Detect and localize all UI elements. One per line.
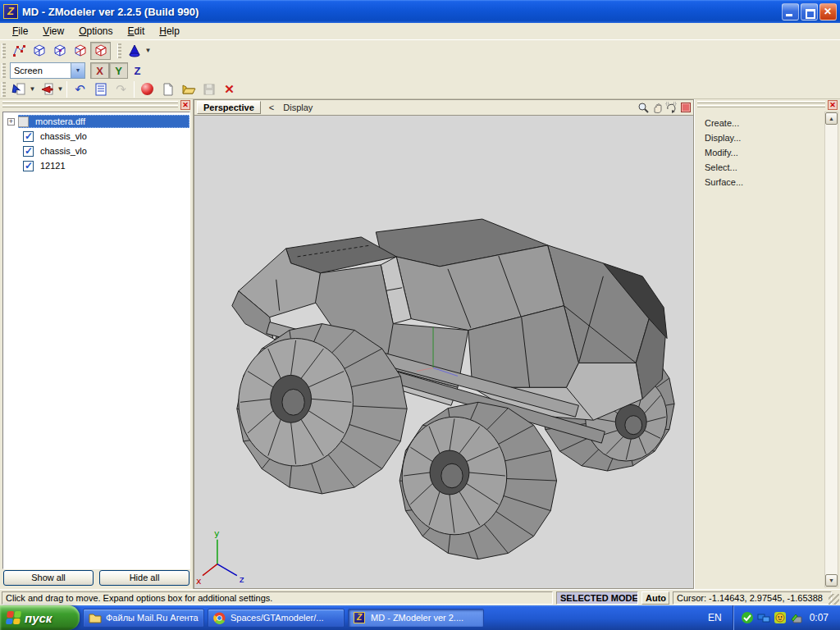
zoom-icon[interactable] (636, 101, 650, 114)
edges-mode-icon[interactable] (29, 42, 49, 60)
new-file-icon[interactable] (158, 80, 178, 98)
hide-all-button[interactable]: Hide all (99, 570, 189, 586)
tree-item-label[interactable]: chassis_vlo (38, 146, 89, 156)
mailru-agent-icon[interactable] (774, 611, 787, 624)
visibility-checkbox[interactable] (23, 161, 34, 171)
axis-x-button[interactable]: X (90, 62, 109, 79)
windows-flag-icon (6, 611, 22, 624)
show-all-button[interactable]: Show all (3, 570, 94, 586)
menu-view[interactable]: View (35, 24, 71, 39)
tree-item-label[interactable]: monstera.dff (33, 116, 88, 126)
browser-icon (213, 612, 226, 623)
viewport-nav-path[interactable]: Display (283, 103, 313, 112)
viewport-nav-back[interactable]: < (269, 103, 274, 112)
taskbar-task-files[interactable]: Файлы Mail.Ru Агента (83, 609, 204, 628)
commands-panel: ✕ Create... Display... Modify... Select.… (694, 99, 840, 589)
visibility-checkbox[interactable] (18, 116, 29, 127)
panel-header[interactable]: ✕ (695, 99, 840, 111)
tree-row[interactable]: chassis_vlo (3, 144, 189, 158)
window-titlebar[interactable]: Z MD - ZModeler ver 2.2.5 (Build 990) (0, 0, 840, 23)
vertices-mode-icon[interactable] (8, 42, 29, 60)
cone-tool-dropdown[interactable]: ▼ (144, 42, 152, 60)
axis-z-button[interactable]: Z (128, 62, 147, 79)
import-icon[interactable] (8, 80, 29, 98)
tree-row[interactable]: 12121 (3, 158, 189, 173)
open-folder-icon[interactable] (178, 80, 199, 98)
taskbar-clock[interactable]: 0:07 (810, 612, 829, 623)
tree-row[interactable]: chassis_vlo (3, 129, 189, 144)
rotate-view-icon[interactable] (664, 101, 678, 114)
scene-tree[interactable]: + monstera.dff chassis_vlo chassis_vlo 1… (2, 112, 190, 569)
axis-label-x: x (196, 576, 202, 587)
menu-help[interactable]: Help (152, 24, 187, 39)
cursor-coordinates: Cursor: -1.14643, 2.97545, -1.65388 (673, 591, 832, 605)
taskbar-task-browser[interactable]: Spaces/GTAmodeler/... (208, 609, 345, 628)
polygons-mode-icon[interactable] (70, 42, 90, 60)
axis-y-button[interactable]: Y (109, 62, 128, 79)
start-button[interactable]: пуск (0, 605, 80, 630)
toolbar-grip[interactable] (2, 43, 6, 58)
menu-file[interactable]: File (5, 24, 35, 39)
delete-icon[interactable]: ✕ (219, 80, 240, 98)
tree-item-label[interactable]: chassis_vlo (38, 131, 89, 141)
command-surface[interactable]: Surface... (698, 175, 821, 189)
pan-hand-icon[interactable] (650, 101, 664, 114)
restore-button[interactable] (801, 3, 818, 21)
panel-header[interactable]: ✕ (0, 99, 193, 111)
close-icon[interactable]: ✕ (180, 100, 190, 110)
toolbar-grip[interactable] (117, 43, 121, 58)
world-axis-gizmo: y x z (196, 528, 244, 587)
command-create[interactable]: Create... (698, 116, 821, 130)
command-display[interactable]: Display... (698, 130, 821, 145)
tree-item-label[interactable]: 12121 (38, 161, 68, 171)
import-dropdown[interactable]: ▼ (29, 80, 36, 98)
network-icon[interactable] (757, 611, 770, 624)
antivirus-check-icon[interactable] (741, 611, 754, 624)
faces-mode-icon[interactable] (49, 42, 70, 60)
export-icon[interactable] (36, 80, 57, 98)
objects-mode-icon[interactable] (90, 42, 111, 60)
toolbar-grip[interactable] (2, 63, 6, 78)
command-modify[interactable]: Modify... (698, 145, 821, 160)
start-label: пуск (25, 611, 52, 625)
taskbar-task-zmodeler[interactable]: Z MD - ZModeler ver 2.... (348, 609, 484, 628)
auto-mode-button[interactable]: Auto (641, 591, 669, 605)
maximize-view-icon[interactable] (681, 103, 691, 112)
scroll-down-icon[interactable]: ▼ (825, 574, 838, 587)
undo-icon[interactable]: ↶ (70, 80, 90, 98)
resize-grip[interactable] (829, 594, 839, 605)
history-icon[interactable] (90, 80, 111, 98)
minimize-button[interactable] (782, 3, 799, 21)
material-sphere-icon[interactable] (137, 80, 158, 98)
chevron-down-icon[interactable] (71, 63, 84, 78)
toolbar-selection-modes: ▼ (0, 39, 840, 61)
toolbar-file: ▼ ▼ ↶ ↷ ✕ (0, 80, 840, 99)
space-select[interactable]: Screen (10, 62, 85, 79)
system-tray: 0:07 (733, 605, 840, 630)
menu-options[interactable]: Options (71, 24, 120, 39)
export-dropdown[interactable]: ▼ (57, 80, 64, 98)
cone-tool-icon[interactable] (124, 42, 144, 60)
usb-device-icon[interactable] (790, 611, 803, 624)
viewport-3d[interactable]: Perspective < Display (194, 99, 694, 589)
close-button[interactable] (819, 3, 837, 21)
folder-icon (89, 612, 102, 623)
language-indicator[interactable]: EN (696, 612, 733, 623)
command-select[interactable]: Select... (698, 160, 821, 175)
menu-edit[interactable]: Edit (121, 24, 153, 39)
redo-icon: ↷ (111, 80, 131, 98)
zmodeler-logo-icon: Z (3, 4, 18, 19)
scroll-up-icon[interactable]: ▲ (825, 112, 838, 125)
viewport-canvas[interactable]: y x z (194, 116, 694, 589)
visibility-checkbox[interactable] (23, 131, 34, 142)
visibility-checkbox[interactable] (23, 146, 34, 157)
viewport-mode-button[interactable]: Perspective (197, 101, 261, 114)
tree-row-root[interactable]: + monstera.dff (3, 114, 189, 129)
close-icon[interactable]: ✕ (828, 100, 838, 110)
viewport-header: Perspective < Display (194, 99, 694, 116)
status-bar: Click and drag to move. Expand options b… (0, 589, 840, 605)
toolbar-grip[interactable] (2, 82, 6, 97)
toolbar-separator (134, 81, 135, 98)
expander-icon[interactable]: + (7, 118, 15, 126)
commands-scrollbar[interactable]: ▲ ▼ (824, 112, 838, 587)
